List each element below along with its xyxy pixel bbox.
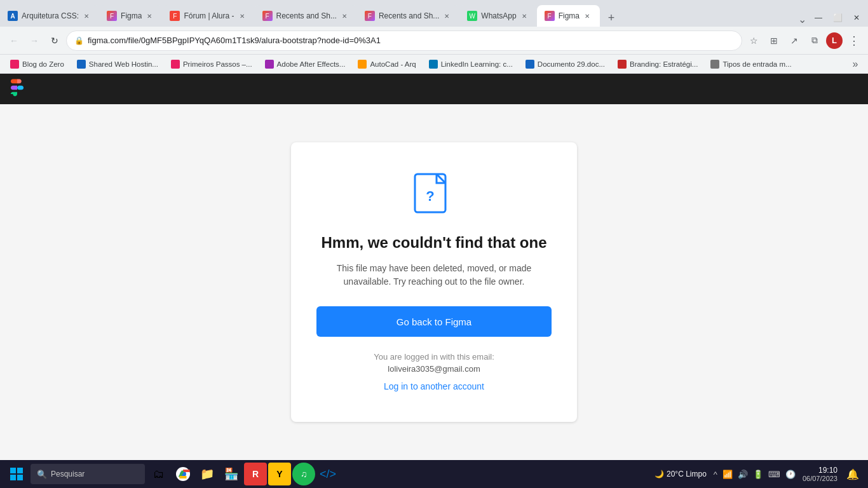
login-another-account-link[interactable]: Log in to another account [384, 381, 484, 391]
bookmark-tipos[interactable]: Tipos de entrada m... [705, 57, 796, 72]
tab-figma2[interactable]: F Figma ✕ [537, 5, 600, 27]
tab-close-recents2[interactable]: ✕ [442, 11, 452, 21]
minimize-button[interactable]: — [810, 9, 827, 27]
bookmarks-overflow-button[interactable]: » [848, 57, 863, 72]
tab-overflow-button[interactable]: ⌄ [794, 11, 810, 27]
bookmark-label-blog: Blog do Zero [22, 60, 64, 68]
bookmark-documento[interactable]: Documento 29.doc... [520, 57, 610, 72]
notification-icon: 🔔 [846, 468, 859, 480]
forward-button[interactable]: → [25, 32, 43, 50]
reload-button[interactable]: ↻ [46, 32, 64, 50]
close-button[interactable]: ✕ [848, 9, 865, 27]
bookmark-label-documento: Documento 29.doc... [538, 60, 605, 68]
user-email: loliveira3035@gmail.com [388, 364, 480, 374]
taskbar-icon-yellow[interactable]: Y [268, 463, 291, 485]
taskbar-search-label: Pesquisar [51, 470, 85, 478]
tab-label-recents1: Recents and Sh... [276, 11, 337, 20]
bookmark-favicon-adobe [265, 60, 274, 69]
bookmark-branding[interactable]: Branding: Estratégi... [613, 57, 703, 72]
tray-battery-icon[interactable]: 🔋 [751, 468, 765, 480]
taskbar-time-value: 19:10 [818, 466, 837, 475]
svg-rect-5 [17, 475, 23, 480]
tab-arquitetura[interactable]: A Arquitetura CSS: ✕ [0, 5, 99, 27]
taskbar-icon-spotify[interactable]: ♫ [292, 463, 315, 485]
bookmark-favicon-documento [526, 60, 534, 69]
back-button[interactable]: ← [5, 32, 23, 50]
tab-recents1[interactable]: F Recents and Sh... ✕ [255, 5, 357, 27]
weather-icon: 🌙 [654, 470, 664, 478]
tray-chevron-icon[interactable]: ^ [712, 468, 719, 480]
taskbar-date-value: 06/07/2023 [803, 475, 837, 482]
notification-center-button[interactable]: 🔔 [843, 463, 863, 485]
taskbar-icon-explorer[interactable]: 📁 [196, 463, 219, 485]
figma-logo [10, 78, 24, 100]
share-button[interactable]: ↗ [785, 32, 803, 50]
bookmark-linkedin[interactable]: LinkedIn Learning: c... [424, 57, 518, 72]
bookmark-label-sharedweb: Shared Web Hostin... [89, 60, 158, 68]
bookmark-adobe[interactable]: Adobe After Effects... [260, 57, 351, 72]
tab-favicon-recents2: F [365, 11, 375, 21]
bookmark-favicon-linkedin [429, 60, 438, 69]
tab-label-figma1: Figma [121, 11, 142, 20]
tab-favicon-figma2: F [545, 11, 555, 21]
tab-close-figma1[interactable]: ✕ [144, 11, 154, 21]
bookmark-star-button[interactable]: ☆ [745, 32, 763, 50]
taskbar-icon-vscode[interactable]: </> [316, 463, 339, 485]
tab-close-forum[interactable]: ✕ [237, 11, 247, 21]
taskbar-icon-roblox[interactable]: R [244, 463, 267, 485]
weather-text: 20°C Limpo [667, 470, 707, 478]
bookmark-primeiros[interactable]: Primeiros Passos –... [166, 57, 257, 72]
bookmark-label-autocad: AutoCad - Arq [370, 60, 416, 68]
tab-favicon-recents1: F [262, 11, 273, 21]
tab-recents2[interactable]: F Recents and Sh... ✕ [357, 5, 459, 27]
bookmark-blog[interactable]: Blog do Zero [5, 57, 69, 72]
tab-close-arquitetura[interactable]: ✕ [81, 11, 92, 21]
bookmark-favicon-blog [10, 60, 19, 69]
file-question-icon: ? [414, 173, 454, 219]
error-description: This file may have been deleted, moved, … [316, 262, 552, 288]
browser-menu-button[interactable]: ⋮ [845, 32, 863, 50]
tab-favicon-forum: F [170, 11, 180, 21]
tab-whatsapp[interactable]: W WhatsApp ✕ [459, 5, 536, 27]
taskbar-sys-icons: ^ 📶 🔊 🔋 ⌨ 🕐 [712, 468, 797, 480]
tab-label-recents2: Recents and Sh... [379, 11, 439, 20]
extensions-button[interactable]: ⧉ [806, 32, 824, 50]
lock-icon: 🔒 [74, 36, 84, 45]
tab-label-figma2: Figma [559, 11, 580, 20]
taskbar-search[interactable]: 🔍 Pesquisar [31, 464, 145, 484]
bookmark-label-tipos: Tipos de entrada m... [722, 60, 791, 68]
taskbar-icon-chrome[interactable] [172, 463, 194, 485]
tray-network-icon[interactable]: 📶 [721, 468, 735, 480]
maximize-button[interactable]: ⬜ [829, 9, 846, 27]
bookmark-label-primeiros: Primeiros Passos –... [183, 60, 252, 68]
taskbar: 🔍 Pesquisar 🗂 📁 🏪 R [0, 460, 868, 488]
taskbar-clock[interactable]: 19:10 06/07/2023 [803, 466, 837, 482]
tray-keyboard-icon[interactable]: ⌨ [766, 468, 782, 480]
taskbar-icon-filemanager[interactable]: 🗂 [147, 463, 170, 485]
profile-avatar[interactable]: L [826, 32, 843, 49]
taskbar-icon-store[interactable]: 🏪 [220, 463, 243, 485]
bookmark-autocad[interactable]: AutoCad - Arq [353, 57, 421, 72]
taskbar-weather: 🌙 20°C Limpo [654, 470, 707, 478]
svg-text:?: ? [426, 188, 434, 204]
go-back-button[interactable]: Go back to Figma [316, 306, 552, 337]
tab-close-recents1[interactable]: ✕ [339, 11, 349, 21]
tab-close-whatsapp[interactable]: ✕ [519, 11, 529, 21]
tab-close-figma2[interactable]: ✕ [582, 11, 592, 21]
tab-forum[interactable]: F Fórum | Alura - ✕ [162, 5, 254, 27]
tray-clock-icon[interactable]: 🕐 [783, 468, 797, 480]
logged-in-label: You are logged in with this email: [374, 352, 494, 362]
start-button[interactable] [5, 463, 28, 485]
tab-figma1[interactable]: F Figma ✕ [99, 5, 162, 27]
new-tab-button[interactable]: + [602, 9, 620, 27]
tray-volume-icon[interactable]: 🔊 [736, 468, 750, 480]
tab-favicon-arquitetura: A [8, 11, 18, 21]
address-bar[interactable]: 🔒 figma.com/file/0gMF5BPgpIPYqQA60m1T1sk… [66, 30, 742, 51]
address-bar-row: ← → ↻ 🔒 figma.com/file/0gMF5BPgpIPYqQA60… [0, 27, 868, 55]
bookmark-label-branding: Branding: Estratégi... [630, 60, 698, 68]
svg-rect-4 [10, 475, 16, 480]
tab-label-arquitetura: Arquitetura CSS: [22, 11, 79, 20]
bookmark-sharedweb[interactable]: Shared Web Hostin... [72, 57, 163, 72]
browser-frame: A Arquitetura CSS: ✕ F Figma ✕ F Fórum |… [0, 0, 868, 488]
media-button[interactable]: ⊞ [765, 32, 783, 50]
